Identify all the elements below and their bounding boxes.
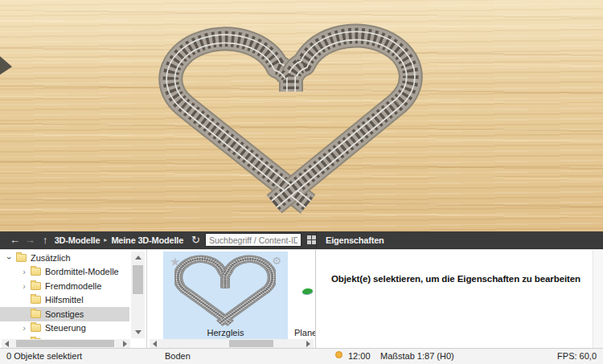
tree-item-sonstiges[interactable]: › Sonstiges xyxy=(0,307,129,321)
scale-label: Maßstab 1:87 (H0) xyxy=(380,351,454,361)
back-icon[interactable]: ← xyxy=(7,232,23,248)
properties-header: Eigenschaften xyxy=(316,231,603,248)
scrollbar-thumb[interactable] xyxy=(133,265,143,294)
breadcrumb-item-current[interactable]: Meine 3D-Modelle xyxy=(111,235,183,245)
properties-panel: Objekt(e) selektieren, um die Eigenschaf… xyxy=(317,250,603,349)
scene-edge-object xyxy=(0,56,12,75)
status-bar: 0 Objekte selektiert Boden 12:00 Maßstab… xyxy=(0,348,603,364)
tree-item-steuerung[interactable]: › Steuerung xyxy=(0,321,129,336)
view-grid-icon[interactable] xyxy=(307,235,316,244)
selection-count: 0 Objekte selektiert xyxy=(6,351,82,361)
tree-item-zusaetzlich[interactable]: › Zusätzlich xyxy=(0,251,129,265)
tree-item-label: Sonstiges xyxy=(45,309,84,319)
thumbnails-horizontal-scrollbar[interactable] xyxy=(150,339,314,348)
ground-layer-label: Boden xyxy=(165,351,191,361)
panels-row: › Zusätzlich › Bordmittel-Modelle › Frem… xyxy=(0,249,603,348)
tree-vertical-scrollbar[interactable] xyxy=(131,252,145,338)
scrollbar-thumb[interactable] xyxy=(229,340,273,347)
model-card-herzgleis[interactable]: ★ ⚙ xyxy=(163,252,288,342)
scroll-left-icon[interactable] xyxy=(5,341,9,347)
tree-item-hilfsmittel[interactable]: › Hilfsmittel xyxy=(0,293,129,308)
app-window: ← → ↑ 3D-Modelle ▸ Meine 3D-Modelle ↻ Ei… xyxy=(0,0,603,364)
breadcrumb-item-root[interactable]: 3D-Modelle xyxy=(55,235,100,245)
toolbar-navigation: ← → ↑ 3D-Modelle ▸ Meine 3D-Modelle ↻ xyxy=(0,231,316,248)
heart-track-thumbnail xyxy=(174,254,276,331)
folder-icon xyxy=(31,324,41,332)
scroll-up-icon[interactable] xyxy=(135,256,142,260)
plane-model-thumbnail xyxy=(302,288,314,295)
properties-empty-message: Objekt(e) selektieren, um die Eigenschaf… xyxy=(328,274,584,284)
chevron-right-icon[interactable]: › xyxy=(19,281,29,291)
fps-counter: FPS: 60,0 xyxy=(557,351,597,361)
tree-item-fremdmodelle[interactable]: › Fremdmodelle xyxy=(0,279,129,293)
folder-icon xyxy=(31,282,41,290)
category-tree-panel: › Zusätzlich › Bordmittel-Modelle › Frem… xyxy=(0,250,147,349)
scrollbar-thumb[interactable] xyxy=(16,340,114,347)
forward-icon[interactable]: → xyxy=(23,232,38,248)
folder-icon xyxy=(31,296,41,304)
track-right-loop xyxy=(274,35,411,204)
up-icon[interactable]: ↑ xyxy=(38,232,53,248)
sun-icon xyxy=(335,351,343,358)
scroll-left-icon[interactable] xyxy=(153,341,157,347)
model-label: Plane xyxy=(294,328,316,337)
scroll-right-icon[interactable] xyxy=(123,341,127,347)
folder-icon xyxy=(31,268,41,276)
search-input[interactable] xyxy=(205,233,302,247)
scene-time: 12:00 xyxy=(348,351,371,361)
tree-item-label: Bordmittel-Modelle xyxy=(45,267,119,276)
tree-item-label: Zusätzlich xyxy=(31,253,71,263)
properties-vertical-scrollbar[interactable] xyxy=(593,250,603,349)
folder-icon xyxy=(31,310,41,318)
model-thumbnails-panel: ★ ⚙ xyxy=(148,250,316,349)
browser-toolbar: ← → ↑ 3D-Modelle ▸ Meine 3D-Modelle ↻ Ei… xyxy=(0,231,603,249)
breadcrumb-separator-icon: ▸ xyxy=(104,236,107,243)
scroll-right-icon[interactable] xyxy=(306,341,310,347)
tree-item-label: Hilfsmittel xyxy=(45,295,84,305)
viewport-3d[interactable] xyxy=(0,0,603,231)
model-card-plane[interactable]: Plane xyxy=(291,252,316,342)
chevron-down-icon[interactable]: › xyxy=(5,253,14,263)
scroll-down-icon[interactable] xyxy=(135,330,142,334)
heart-track-3d xyxy=(0,0,603,231)
refresh-icon[interactable]: ↻ xyxy=(191,234,200,246)
chevron-right-icon[interactable]: › xyxy=(19,267,29,276)
tree-list: › Zusätzlich › Bordmittel-Modelle › Frem… xyxy=(0,251,129,341)
tree-item-bordmittel-modelle[interactable]: › Bordmittel-Modelle xyxy=(0,265,129,280)
tree-horizontal-scrollbar[interactable] xyxy=(2,339,130,348)
chevron-right-icon[interactable]: › xyxy=(19,323,29,333)
folder-icon xyxy=(16,254,27,262)
properties-title: Eigenschaften xyxy=(326,235,384,245)
tree-item-label: Steuerung xyxy=(45,323,86,333)
tree-item-label: Fremdmodelle xyxy=(45,281,101,291)
model-label: Herzgleis xyxy=(163,328,288,337)
